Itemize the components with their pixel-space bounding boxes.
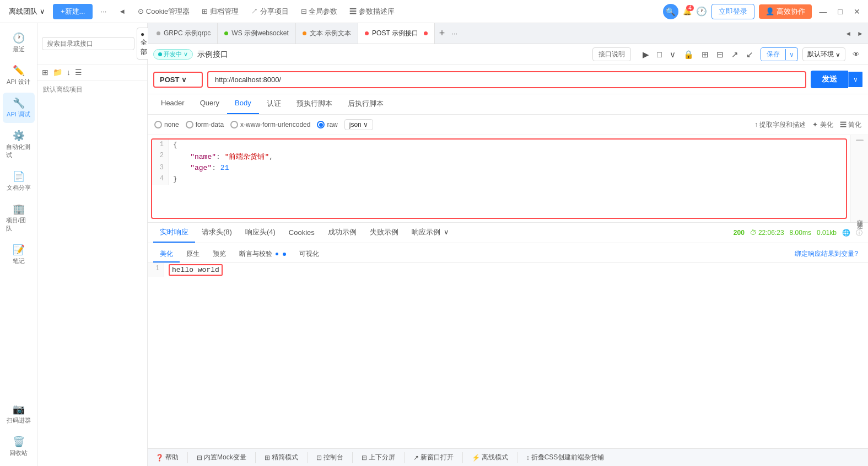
share-button[interactable]: ↗ 分享项目 <box>246 4 293 19</box>
grid-icon-2[interactable]: ⊟ <box>714 48 726 61</box>
archive-button[interactable]: ⊞ 归档管理 <box>197 4 243 19</box>
grid-icon-1[interactable]: ⊞ <box>699 48 711 61</box>
json-format-select[interactable]: json ∨ <box>344 119 373 130</box>
response-tab-example[interactable]: 响应示例 ∨ <box>405 223 456 243</box>
param-desc-button[interactable]: ☰ 参数描述库 <box>345 4 399 19</box>
req-tab-body[interactable]: Body <box>227 94 259 114</box>
response-tab-realtime[interactable]: 实时响应 <box>153 223 195 243</box>
view-tab-beautify[interactable]: 美化 <box>153 247 180 263</box>
response-tabs-bar: 实时响应 请求头(8) 响应头(4) Cookies 成功示例 失败示例 <box>148 223 868 243</box>
response-tab-req-headers[interactable]: 请求头(8) <box>195 223 239 243</box>
globe-icon[interactable]: 🌐 <box>842 229 850 237</box>
close-button[interactable]: ✕ <box>850 6 864 17</box>
sidebar-item-api-design[interactable]: ✏️ API 设计 <box>3 60 35 90</box>
console-button[interactable]: ⊡ 控制台 <box>314 452 346 463</box>
dropdown-icon-1[interactable]: ∨ <box>667 48 678 61</box>
url-input[interactable] <box>207 71 806 88</box>
send-button[interactable]: 发送 <box>811 71 848 88</box>
import-icon[interactable]: ↙ <box>743 48 756 61</box>
api-desc-button[interactable]: 接口说明 <box>592 47 631 61</box>
split-button[interactable]: ⊟ 上下分屏 <box>359 452 397 463</box>
simple-mode-button[interactable]: ⊞ 精简模式 <box>262 452 300 463</box>
lock-icon[interactable]: 🔒 <box>681 48 697 61</box>
collapse-css-button[interactable]: ↕ 折叠CSS创建前端杂货铺 <box>524 452 607 463</box>
scroll-bar[interactable] <box>856 140 864 141</box>
tab-ws[interactable]: WS 示例websocket <box>218 23 295 44</box>
offline-mode-button[interactable]: ⚡ 离线模式 <box>470 452 510 463</box>
method-select[interactable]: POST ∨ <box>153 72 203 88</box>
response-tab-example-dropdown[interactable]: ∨ <box>444 228 449 236</box>
view-tabs: 美化 原生 预览 断言与校验 可视化 绑定响应结果到变量? <box>148 243 868 263</box>
more-button[interactable]: ··· <box>96 5 111 18</box>
response-tab-success[interactable]: 成功示例 <box>321 223 363 243</box>
tab-post[interactable]: POST 示例接口 <box>358 23 435 44</box>
sidebar-item-recent[interactable]: 🕐 最近 <box>3 28 35 58</box>
save-dropdown-button[interactable]: ∨ <box>785 49 797 60</box>
add-group-icon[interactable]: ⊞ <box>42 68 48 77</box>
radio-raw[interactable]: raw <box>317 121 337 128</box>
env-select[interactable]: 默认环境 ∨ <box>802 47 845 61</box>
download-icon[interactable]: ↓ <box>67 68 71 77</box>
req-tab-header[interactable]: Header <box>153 94 192 114</box>
view-tab-assert[interactable]: 断言与校验 <box>233 247 293 263</box>
extract-fields-button[interactable]: ↑ 提取字段和描述 <box>754 120 806 130</box>
login-button[interactable]: 立即登录 <box>711 4 754 19</box>
radio-form-data[interactable]: form-data <box>186 121 224 128</box>
sidebar-item-trash[interactable]: 🗑️ 回收站 <box>3 431 35 462</box>
req-tab-auth[interactable]: 认证 <box>259 94 289 114</box>
tab-grpc[interactable]: GRPC 示例qrpc <box>150 23 218 44</box>
back-button[interactable]: ◄ <box>114 5 130 18</box>
collab-button[interactable]: 👤 高效协作 <box>759 4 812 19</box>
global-params-button[interactable]: ⊟ 全局参数 <box>296 4 342 19</box>
notification-bell[interactable]: 🔔 4 <box>683 7 692 15</box>
radio-urlencoded[interactable]: x-www-form-urlencoded <box>230 121 310 128</box>
tabs-next-button[interactable]: ► <box>855 29 866 39</box>
response-tab-fail[interactable]: 失败示例 <box>363 223 405 243</box>
beautify-button[interactable]: ✦ 美化 <box>812 120 833 130</box>
code-inner[interactable]: 1 { 2 "name": "前端杂货铺", 3 <box>151 138 847 219</box>
bind-var-button[interactable]: 绑定响应结果到变量? <box>795 247 862 263</box>
global-search-button[interactable]: 🔍 <box>663 4 678 19</box>
eye-button[interactable]: 👁 <box>850 49 862 60</box>
export-icon[interactable]: ↗ <box>729 48 741 61</box>
response-tab-resp-headers[interactable]: 响应头(4) <box>239 223 282 243</box>
search-input[interactable] <box>42 37 134 50</box>
tabs-add-button[interactable]: + <box>435 28 450 39</box>
cookie-mgr-button[interactable]: ⊙ Cookie管理器 <box>133 4 194 19</box>
minimize-button[interactable]: — <box>816 6 831 17</box>
team-selector[interactable]: 离线团队 ∨ <box>4 4 50 19</box>
sidebar-item-doc-share[interactable]: 📄 文档分享 <box>3 166 35 196</box>
copy-icon[interactable]: □ <box>654 48 665 61</box>
view-tab-visualize[interactable]: 可视化 <box>293 247 326 263</box>
tabs-more-button[interactable]: ··· <box>449 29 460 38</box>
history-icon[interactable]: 🕐 <box>696 6 707 17</box>
help-button[interactable]: ❓ 帮助 <box>153 452 181 463</box>
run-icon[interactable]: ▶ <box>640 48 652 61</box>
response-tab-cookies[interactable]: Cookies <box>282 224 321 242</box>
req-tab-post-script[interactable]: 后执行脚本 <box>340 94 391 114</box>
mock-vars-button[interactable]: ⊟ 内置Mock变量 <box>195 452 249 463</box>
view-tab-preview[interactable]: 预览 <box>206 247 233 263</box>
menu-icon[interactable]: ☰ <box>75 68 82 77</box>
toolbar-icon-group: ▶ □ ∨ 🔒 ⊞ ⊟ ↗ ↙ <box>640 48 756 61</box>
sidebar-item-project-team[interactable]: 🏢 项目/团队 <box>3 199 35 237</box>
simplify-button[interactable]: ☰ 简化 <box>840 120 861 130</box>
tabs-prev-button[interactable]: ◄ <box>843 29 854 39</box>
req-tab-query[interactable]: Query <box>192 94 227 114</box>
radio-none[interactable]: none <box>154 121 179 128</box>
info-icon[interactable]: ⓘ <box>856 228 862 238</box>
sidebar-item-auto-test[interactable]: ⚙️ 自动化测试 <box>3 125 35 164</box>
add-file-icon[interactable]: 📁 <box>53 68 62 77</box>
view-tab-raw[interactable]: 原生 <box>180 247 206 263</box>
req-tab-pre-script[interactable]: 预执行脚本 <box>289 94 340 114</box>
sidebar-item-scan-qr[interactable]: 📷 扫码进群 <box>3 399 35 429</box>
new-window-button[interactable]: ↗ 新窗口打开 <box>411 452 456 463</box>
sidebar-item-notes[interactable]: 📝 笔记 <box>3 239 35 270</box>
maximize-button[interactable]: □ <box>835 6 846 17</box>
status-badge[interactable]: 开发中 ∨ <box>153 49 193 60</box>
send-dropdown-button[interactable]: ∨ <box>848 72 862 87</box>
save-button[interactable]: 保存 <box>761 48 785 61</box>
new-button[interactable]: +新建... <box>53 4 93 19</box>
sidebar-item-api-test[interactable]: 🔧 API 调试 <box>3 93 35 123</box>
tab-text[interactable]: 文本 示例文本 <box>296 23 358 44</box>
